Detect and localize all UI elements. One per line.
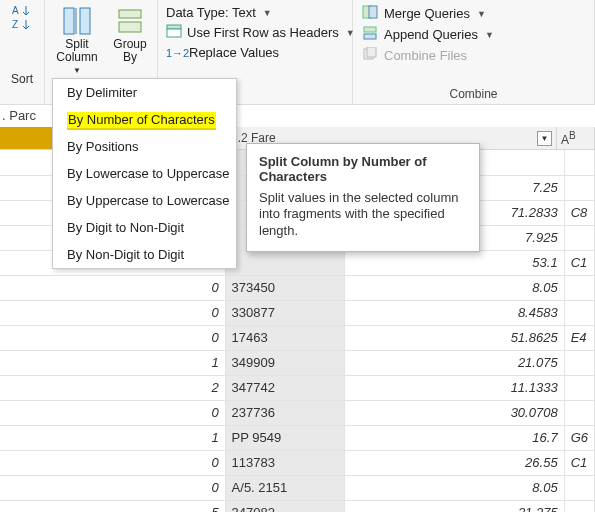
- svg-text:A: A: [12, 5, 19, 16]
- svg-text:Z: Z: [12, 19, 18, 30]
- combine-files-button[interactable]: Combine Files: [359, 46, 588, 65]
- tooltip-body: Split values in the selected column into…: [259, 190, 467, 239]
- sort-group-label: Sort: [0, 72, 44, 86]
- cell-cabin: [564, 150, 594, 175]
- merge-queries-button[interactable]: Merge Queries▼: [359, 4, 588, 23]
- cell-parch: 0: [0, 450, 225, 475]
- cabin-column-header[interactable]: AB: [557, 127, 595, 149]
- sort-asc-icon[interactable]: A: [0, 4, 44, 18]
- cell-cabin: C1: [564, 250, 594, 275]
- cell-cabin: E4: [564, 325, 594, 350]
- cell-parch: 0: [0, 275, 225, 300]
- cell-ticket: [225, 250, 345, 275]
- menu-by-number-of-characters[interactable]: By Number of Characters: [53, 106, 236, 133]
- append-queries-button[interactable]: Append Queries▼: [359, 25, 588, 44]
- svg-rect-7: [167, 29, 181, 37]
- cell-fare: 51.8625: [345, 325, 564, 350]
- menu-digit-to-nondigit[interactable]: By Digit to Non-Digit: [53, 214, 236, 241]
- chevron-down-icon: ▼: [73, 66, 81, 75]
- cell-fare: 16.7: [345, 425, 564, 450]
- menu-upper-to-lower[interactable]: By Uppercase to Lowercase: [53, 187, 236, 214]
- cell-cabin: [564, 400, 594, 425]
- table-row[interactable]: 0A/5. 21518.05: [0, 475, 595, 500]
- cell-cabin: [564, 475, 594, 500]
- cell-fare: 30.0708: [345, 400, 564, 425]
- tooltip: Split Column by Number of Characters Spl…: [246, 143, 480, 252]
- cell-cabin: C1: [564, 450, 594, 475]
- cell-cabin: [564, 350, 594, 375]
- svg-rect-11: [364, 34, 376, 39]
- cell-parch: 2: [0, 375, 225, 400]
- table-row[interactable]: 011378326.55C1: [0, 450, 595, 475]
- cell-cabin: [564, 225, 594, 250]
- table-row[interactable]: 234774211.1333: [0, 375, 595, 400]
- cell-cabin: [564, 275, 594, 300]
- group-by-button[interactable]: Group By: [109, 2, 151, 78]
- svg-rect-13: [367, 47, 376, 57]
- cell-cabin: [564, 175, 594, 200]
- headers-icon: [166, 24, 182, 41]
- split-column-menu: By Delimiter By Number of Characters By …: [52, 78, 237, 269]
- svg-rect-4: [119, 10, 141, 18]
- table-row[interactable]: 03734508.05: [0, 275, 595, 300]
- cell-cabin: [564, 500, 594, 512]
- chevron-down-icon: ▼: [485, 30, 494, 40]
- cell-parch: 5: [0, 500, 225, 512]
- cell-ticket: 237736: [225, 400, 345, 425]
- cell-parch: 0: [0, 400, 225, 425]
- cell-cabin: [564, 300, 594, 325]
- tooltip-title: Split Column by Number of Characters: [259, 154, 467, 184]
- cell-ticket: 347742: [225, 375, 345, 400]
- chevron-down-icon: ▼: [263, 8, 272, 18]
- cell-fare: 8.4583: [345, 300, 564, 325]
- svg-rect-2: [64, 8, 74, 34]
- cell-fare: 26.55: [345, 450, 564, 475]
- split-column-icon: [60, 4, 94, 38]
- parch-column-header-partial: . Parc: [2, 108, 36, 123]
- cell-ticket: PP 9549: [225, 425, 345, 450]
- cell-parch: 0: [0, 475, 225, 500]
- table-row[interactable]: 134990921.075: [0, 350, 595, 375]
- table-row[interactable]: 534708231.275: [0, 500, 595, 512]
- combine-group: Merge Queries▼ Append Queries▼ Combine F…: [353, 0, 595, 105]
- table-row[interactable]: 01746351.8625E4: [0, 325, 595, 350]
- chevron-down-icon: ▼: [477, 9, 486, 19]
- cell-parch: 0: [0, 300, 225, 325]
- cell-fare: 8.05: [345, 475, 564, 500]
- menu-lower-to-upper[interactable]: By Lowercase to Uppercase: [53, 160, 236, 187]
- svg-rect-3: [80, 8, 90, 34]
- combine-group-label: Combine: [359, 87, 588, 101]
- svg-rect-9: [369, 6, 377, 18]
- replace-values-button[interactable]: 1→2 Replace Values: [164, 44, 346, 61]
- cell-cabin: [564, 375, 594, 400]
- first-row-headers-button[interactable]: Use First Row as Headers▼: [164, 23, 346, 42]
- cell-fare: 8.05: [345, 275, 564, 300]
- group-by-icon: [113, 4, 147, 38]
- cell-cabin: G6: [564, 425, 594, 450]
- cell-cabin: C8: [564, 200, 594, 225]
- sort-group: A Z Sort: [0, 0, 45, 105]
- menu-by-delimiter[interactable]: By Delimiter: [53, 79, 236, 106]
- cell-ticket: 17463: [225, 325, 345, 350]
- append-icon: [361, 26, 379, 43]
- sort-desc-icon[interactable]: Z: [0, 18, 44, 32]
- filter-dropdown-icon[interactable]: ▼: [537, 131, 552, 146]
- cell-ticket: 347082: [225, 500, 345, 512]
- table-row[interactable]: 03308778.4583: [0, 300, 595, 325]
- cell-fare: 11.1333: [345, 375, 564, 400]
- table-row[interactable]: 1PP 954916.7G6: [0, 425, 595, 450]
- menu-by-positions[interactable]: By Positions: [53, 133, 236, 160]
- table-row[interactable]: 023773630.0708: [0, 400, 595, 425]
- cell-ticket: A/5. 2151: [225, 475, 345, 500]
- cell-ticket: 373450: [225, 275, 345, 300]
- split-column-button[interactable]: Split Column ▼: [51, 2, 103, 78]
- svg-rect-5: [119, 22, 141, 32]
- menu-nondigit-to-digit[interactable]: By Non-Digit to Digit: [53, 241, 236, 268]
- cell-ticket: 113783: [225, 450, 345, 475]
- svg-rect-6: [167, 25, 181, 29]
- cell-parch: 0: [0, 325, 225, 350]
- data-type-button[interactable]: Data Type: Text▼: [164, 4, 346, 21]
- cell-fare: 31.275: [345, 500, 564, 512]
- cell-fare: 53.1: [345, 250, 564, 275]
- cell-parch: 1: [0, 350, 225, 375]
